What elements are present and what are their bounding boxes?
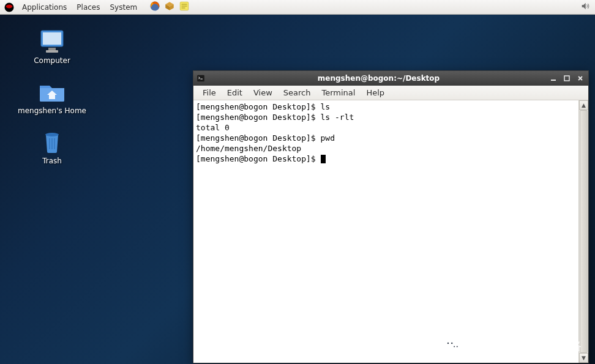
package-manager-icon[interactable] [164, 1, 175, 13]
titlebar[interactable]: mengshen@bogon:~/Desktop [193, 71, 588, 86]
svg-rect-7 [46, 50, 58, 53]
menu-help[interactable]: Help [361, 88, 390, 97]
svg-point-19 [454, 346, 455, 347]
svg-point-17 [447, 343, 449, 344]
term-line: total 0 [196, 123, 230, 132]
applications-menu[interactable]: Applications [17, 0, 72, 15]
menu-edit[interactable]: Edit [222, 88, 248, 97]
term-line: [mengshen@bogon Desktop]$ ls [196, 102, 330, 111]
computer-desktop-icon[interactable]: Computer [12, 29, 92, 65]
svg-rect-12 [197, 75, 204, 82]
redhat-logo-icon [4, 2, 15, 13]
scroll-track[interactable] [579, 110, 588, 353]
window-title: mengshen@bogon:~/Desktop [209, 74, 548, 83]
scroll-up-button[interactable]: ▲ [579, 100, 588, 110]
scroll-down-button[interactable]: ▼ [579, 353, 588, 363]
term-line: [mengshen@bogon Desktop]$ ls -rlt [196, 113, 354, 122]
svg-rect-11 [54, 138, 55, 149]
svg-point-8 [45, 133, 59, 136]
notes-icon[interactable] [179, 1, 190, 13]
svg-rect-6 [48, 48, 56, 50]
maximize-button[interactable] [561, 73, 572, 83]
svg-rect-10 [51, 138, 53, 149]
trash-icon [37, 130, 67, 154]
firefox-icon[interactable] [149, 1, 160, 13]
svg-rect-13 [551, 80, 556, 81]
close-button[interactable] [575, 73, 586, 83]
terminal-window: mengshen@bogon:~/Desktop File Edit View … [193, 70, 589, 363]
menu-view[interactable]: View [248, 88, 278, 97]
watermark: MySQL从删库到跑路 [444, 337, 582, 354]
menu-file[interactable]: File [197, 88, 222, 97]
computer-label: Computer [12, 56, 92, 65]
minimize-button[interactable] [548, 73, 559, 83]
terminal-output[interactable]: [mengshen@bogon Desktop]$ ls [mengshen@b… [193, 100, 578, 363]
home-folder-desktop-icon[interactable]: mengshen's Home [12, 80, 92, 115]
svg-point-1 [6, 4, 13, 8]
svg-point-18 [451, 343, 452, 344]
trash-desktop-icon[interactable]: Trash [12, 130, 92, 165]
terminal-menubar: File Edit View Search Terminal Help [193, 86, 588, 100]
trash-label: Trash [12, 157, 92, 165]
term-line: /home/mengshen/Desktop [196, 144, 301, 153]
svg-point-16 [452, 344, 460, 351]
scroll-thumb[interactable] [580, 110, 588, 353]
terminal-scrollbar[interactable]: ▲ ▼ [578, 100, 588, 363]
computer-icon [37, 29, 67, 54]
volume-icon[interactable] [580, 1, 590, 13]
svg-rect-9 [49, 138, 50, 149]
svg-rect-5 [43, 32, 61, 45]
svg-point-20 [457, 346, 458, 347]
terminal-cursor [321, 155, 326, 163]
term-line: [mengshen@bogon Desktop]$ pwd [196, 133, 335, 143]
menu-search[interactable]: Search [278, 88, 316, 97]
watermark-text: MySQL从删库到跑路 [466, 338, 582, 354]
home-folder-label: mengshen's Home [12, 106, 92, 115]
term-line: [mengshen@bogon Desktop]$ [196, 154, 321, 163]
top-panel: Applications Places System [0, 0, 595, 15]
system-menu[interactable]: System [105, 0, 142, 15]
folder-home-icon [37, 80, 67, 104]
svg-rect-14 [564, 76, 569, 81]
places-menu[interactable]: Places [72, 0, 105, 15]
menu-terminal[interactable]: Terminal [316, 88, 361, 97]
wechat-icon [444, 337, 461, 354]
terminal-icon [196, 73, 206, 83]
